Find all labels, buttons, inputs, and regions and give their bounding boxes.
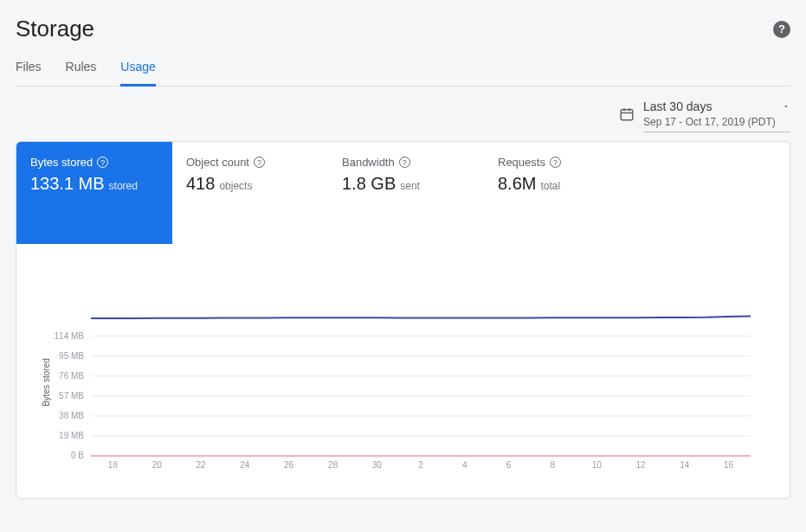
tab-files[interactable]: Files (16, 60, 42, 87)
chevron-down-icon (782, 99, 790, 114)
svg-text:38 MB: 38 MB (59, 411, 84, 420)
svg-text:114 MB: 114 MB (55, 331, 85, 341)
question-icon: ? (97, 157, 108, 168)
svg-text:6: 6 (506, 460, 512, 470)
svg-text:18: 18 (108, 460, 119, 470)
stat-value: 418 (186, 174, 215, 194)
chart-bytes-stored: 0 B19 MB38 MB57 MB76 MB95 MB114 MBBytes … (16, 244, 790, 498)
date-range-label: Last 30 days (643, 99, 712, 113)
stat-unit: total (540, 180, 560, 192)
svg-text:24: 24 (240, 460, 250, 470)
svg-text:8: 8 (551, 460, 556, 470)
question-icon: ? (550, 157, 561, 168)
svg-text:22: 22 (196, 460, 206, 470)
date-range-picker[interactable]: Last 30 days Sep 17 - Oct 17, 2019 (PDT) (619, 99, 790, 132)
tab-rules[interactable]: Rules (66, 60, 97, 87)
svg-text:30: 30 (372, 460, 383, 470)
chart-svg: 0 B19 MB38 MB57 MB76 MB95 MB114 MBBytes … (23, 261, 759, 478)
svg-text:2: 2 (418, 460, 423, 470)
tab-usage[interactable]: Usage (120, 60, 155, 87)
svg-text:12: 12 (635, 460, 646, 470)
svg-text:26: 26 (284, 460, 294, 470)
stats-row: Bytes stored ? 133.1 MB stored Object co… (16, 142, 790, 244)
svg-text:19 MB: 19 MB (59, 431, 84, 440)
stat-title: Bandwidth (342, 156, 395, 169)
stat-title: Object count (186, 156, 249, 169)
svg-text:20: 20 (152, 460, 163, 470)
page-title: Storage (16, 16, 94, 42)
question-icon: ? (254, 157, 265, 168)
svg-text:57 MB: 57 MB (59, 391, 84, 401)
stat-value: 8.6M (498, 174, 536, 194)
stat-unit: stored (109, 180, 138, 192)
stat-requests[interactable]: Requests ? 8.6M total (484, 142, 640, 244)
stat-unit: objects (219, 180, 252, 192)
stat-value: 133.1 MB (30, 174, 105, 194)
svg-text:4: 4 (462, 460, 467, 470)
stat-title: Bytes stored (30, 156, 93, 169)
stat-unit: sent (400, 180, 420, 192)
stat-object-count[interactable]: Object count ? 418 objects (172, 142, 328, 244)
svg-text:76 MB: 76 MB (59, 371, 84, 381)
question-icon: ? (399, 157, 410, 168)
svg-text:Bytes stored: Bytes stored (42, 358, 51, 407)
stat-bandwidth[interactable]: Bandwidth ? 1.8 GB sent (328, 142, 484, 244)
stat-bytes-stored[interactable]: Bytes stored ? 133.1 MB stored (16, 142, 172, 244)
usage-card: Bytes stored ? 133.1 MB stored Object co… (16, 141, 790, 499)
svg-text:28: 28 (328, 460, 339, 470)
svg-text:95 MB: 95 MB (59, 351, 84, 361)
help-icon[interactable]: ? (773, 21, 790, 38)
date-range-sub: Sep 17 - Oct 17, 2019 (PDT) (643, 116, 790, 128)
svg-text:0 B: 0 B (71, 451, 84, 460)
stat-value: 1.8 GB (342, 174, 396, 194)
stat-title: Requests (498, 156, 545, 169)
tabs: Files Rules Usage (16, 49, 790, 87)
svg-text:14: 14 (680, 460, 690, 470)
calendar-icon (619, 106, 635, 125)
svg-text:10: 10 (592, 460, 603, 470)
svg-text:16: 16 (724, 460, 734, 470)
svg-rect-0 (621, 109, 633, 119)
